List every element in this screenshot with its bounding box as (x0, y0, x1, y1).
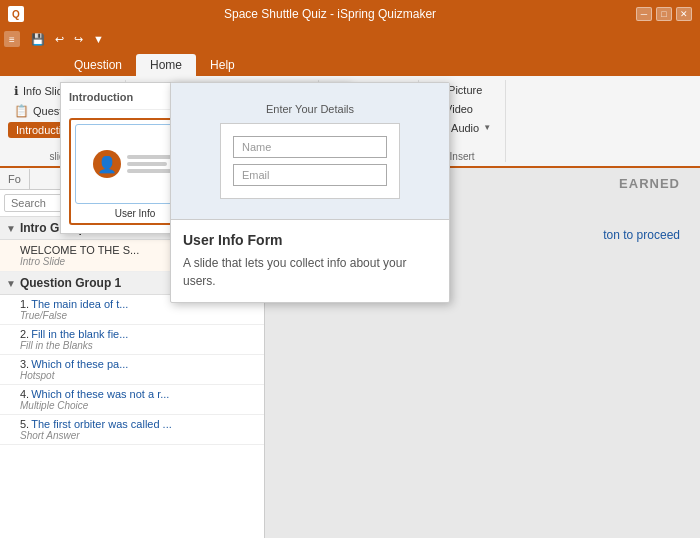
tooltip-form: Name Email (220, 123, 400, 199)
customize-qa[interactable]: ▼ (90, 31, 107, 47)
card-line-2 (127, 162, 167, 166)
undo-button[interactable]: ↩ (52, 31, 67, 48)
user-info-tooltip: Enter Your Details Name Email User Info … (170, 82, 450, 303)
redo-button[interactable]: ↪ (71, 31, 86, 48)
quick-access-toolbar: ≡ 💾 ↩ ↪ ▼ (0, 28, 700, 50)
window-controls: ─ □ ✕ (636, 7, 692, 21)
tooltip-card-title: User Info Form (183, 232, 437, 248)
earned-label: EARNED (619, 176, 680, 191)
tooltip-body: User Info Form A slide that lets you col… (171, 220, 449, 302)
close-button[interactable]: ✕ (676, 7, 692, 21)
list-item-3[interactable]: 3.Which of these pa... Hotspot (0, 355, 264, 385)
maximize-button[interactable]: □ (656, 7, 672, 21)
title-bar: Q Space Shuttle Quiz - iSpring Quizmaker… (0, 0, 700, 28)
title-text: Space Shuttle Quiz - iSpring Quizmaker (30, 7, 630, 21)
fo-tab[interactable]: Fo (0, 169, 30, 189)
email-field-preview: Email (233, 164, 387, 186)
intro-group-arrow: ▼ (6, 223, 16, 234)
list-item-5[interactable]: 5.The first orbiter was called ... Short… (0, 415, 264, 445)
proceed-text: ton to proceed (603, 228, 680, 242)
tooltip-preview: Enter Your Details Name Email (171, 83, 449, 220)
ribbon-tabs: Question Home Help (0, 50, 700, 76)
tab-help[interactable]: Help (196, 54, 249, 76)
user-info-label: User Info (115, 208, 156, 219)
name-field-preview: Name (233, 136, 387, 158)
app-icon: Q (8, 6, 24, 22)
user-avatar-icon: 👤 (93, 150, 121, 178)
question-group-icon: 📋 (14, 104, 29, 118)
info-slide-icon: ℹ (14, 84, 19, 98)
tooltip-card-desc: A slide that lets you collect info about… (183, 254, 437, 290)
list-item-4[interactable]: 4.Which of these was not a r... Multiple… (0, 385, 264, 415)
tab-question[interactable]: Question (60, 54, 136, 76)
form-title-label: Enter Your Details (266, 103, 354, 115)
office-menu[interactable]: ≡ (4, 31, 20, 47)
card-line-3 (127, 169, 172, 173)
save-button[interactable]: 💾 (28, 31, 48, 48)
tab-home[interactable]: Home (136, 54, 196, 76)
minimize-button[interactable]: ─ (636, 7, 652, 21)
questions-group-arrow: ▼ (6, 278, 16, 289)
list-item-2[interactable]: 2.Fill in the blank fie... Fill in the B… (0, 325, 264, 355)
